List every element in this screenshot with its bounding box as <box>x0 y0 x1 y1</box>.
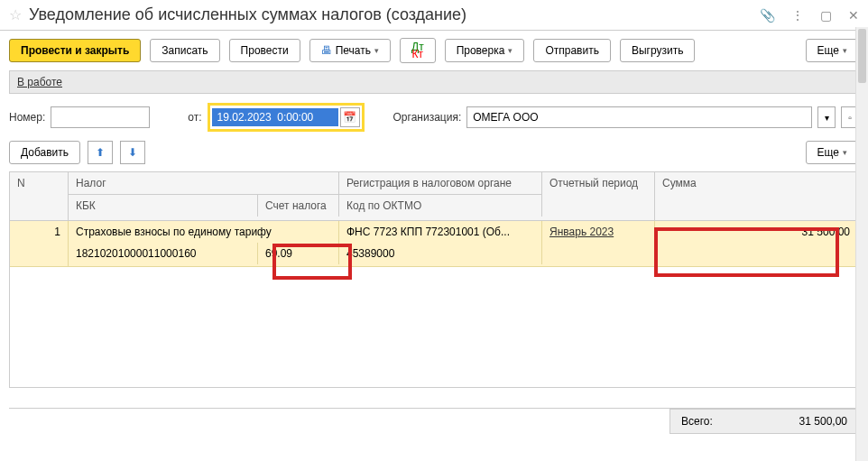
favorite-star-icon[interactable]: ☆ <box>9 6 22 23</box>
number-label: Номер: <box>9 111 45 124</box>
check-button[interactable]: Проверка <box>445 39 525 62</box>
save-button[interactable]: Записать <box>150 39 219 62</box>
td-period: Январь 2023 <box>542 221 655 266</box>
total-box: Всего: 31 500,00 <box>669 409 859 434</box>
tax-table: N Налог КБК Счет налога Регистрация в на… <box>9 171 859 388</box>
table-row[interactable]: 1 Страховые взносы по единому тарифу 182… <box>10 221 858 267</box>
printer-icon: 🖶 <box>321 44 332 57</box>
scrollbar[interactable] <box>855 27 868 461</box>
attach-icon[interactable]: 📎 <box>760 8 775 23</box>
more-button[interactable]: Еще <box>806 39 859 62</box>
th-oktmo: Код по ОКТМО <box>339 194 542 217</box>
dtkt-button[interactable]: ДтКт <box>400 38 436 63</box>
date-input[interactable] <box>212 108 338 126</box>
th-tax: Налог <box>69 172 339 194</box>
status-link[interactable]: В работе <box>17 76 62 88</box>
th-reg: Регистрация в налоговом органе <box>339 172 542 194</box>
th-kbk: КБК <box>69 194 258 217</box>
submit-button[interactable]: Провести <box>229 39 300 62</box>
org-input[interactable]: ОМЕГА ООО <box>466 106 812 128</box>
status-bar: В работе <box>9 70 859 94</box>
export-button[interactable]: Выгрузить <box>620 39 696 62</box>
td-n: 1 <box>10 221 69 266</box>
td-acc: 69.09 <box>258 243 339 264</box>
total-label: Всего: <box>681 415 713 428</box>
scroll-thumb[interactable] <box>858 29 866 83</box>
td-reg: ФНС 7723 КПП 772301001 (Об... <box>339 221 542 243</box>
total-value: 31 500,00 <box>799 415 847 428</box>
th-sum: Сумма <box>655 172 858 220</box>
calendar-icon[interactable]: 📅 <box>340 107 360 127</box>
td-oktmo: 45389000 <box>339 243 542 264</box>
td-kbk: 18210201000011000160 <box>69 243 258 264</box>
td-sum: 31 500,00 <box>655 221 858 266</box>
close-icon[interactable]: ✕ <box>848 8 859 23</box>
th-period: Отчетный период <box>542 172 655 220</box>
submit-close-button[interactable]: Провести и закрыть <box>9 39 141 62</box>
table-more-button[interactable]: Еще <box>806 141 859 164</box>
th-acc: Счет налога <box>258 194 339 217</box>
kebab-menu-icon[interactable]: ⋮ <box>791 8 804 23</box>
org-dropdown-icon[interactable]: ▾ <box>817 106 836 128</box>
add-button[interactable]: Добавить <box>9 141 80 164</box>
move-up-icon[interactable]: ⬆ <box>88 141 113 164</box>
move-down-icon[interactable]: ⬇ <box>120 141 145 164</box>
print-button[interactable]: 🖶 Печать <box>309 39 391 62</box>
page-title: Уведомление об исчисленных суммах налого… <box>29 5 760 24</box>
maximize-icon[interactable]: ▢ <box>820 8 832 23</box>
number-input[interactable] <box>51 106 150 128</box>
td-tax: Страховые взносы по единому тарифу <box>69 221 339 243</box>
send-button[interactable]: Отправить <box>533 39 611 62</box>
org-label: Организация: <box>393 111 462 124</box>
from-label: от: <box>188 111 201 124</box>
th-n: N <box>10 172 69 220</box>
